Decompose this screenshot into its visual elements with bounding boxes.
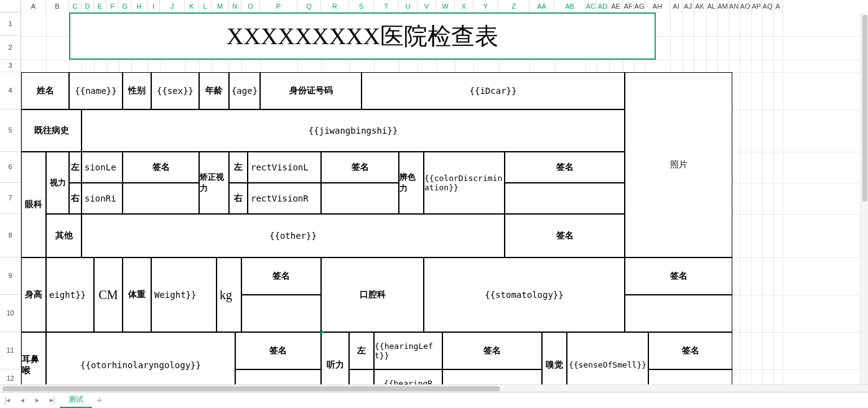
select-all-corner[interactable]	[0, 0, 21, 12]
label-cm[interactable]: CM	[94, 257, 123, 332]
label-kg[interactable]: kg	[217, 257, 241, 332]
sign-2-blank[interactable]	[321, 183, 399, 214]
col-header-Q[interactable]: Q	[297, 0, 321, 12]
row-header-9[interactable]: 9	[0, 257, 21, 295]
label-sign-9[interactable]: 签名	[648, 332, 732, 369]
value-history[interactable]: {{jiwangbingshi}}	[82, 109, 625, 152]
photo-cell[interactable]: 照片	[625, 72, 732, 257]
sign-5-blank[interactable]	[241, 295, 321, 332]
label-sign-5[interactable]: 签名	[241, 257, 321, 295]
col-header-AH[interactable]: AH	[645, 0, 670, 12]
label-name[interactable]: 姓名	[21, 72, 69, 109]
row-header-5[interactable]: 5	[0, 109, 21, 152]
col-header-S[interactable]: S	[349, 0, 374, 12]
col-header-C[interactable]: C	[69, 0, 82, 12]
col-header-A[interactable]: A	[21, 0, 46, 12]
value-id[interactable]: {{iDcar}}	[362, 72, 625, 109]
label-age[interactable]: 年龄	[199, 72, 229, 109]
value-correct-left[interactable]: rectVisionL	[248, 152, 321, 183]
title-cell[interactable]: XXXXXXXXX医院检查表	[69, 12, 656, 60]
col-header-J[interactable]: J	[160, 0, 185, 12]
sheet-tab[interactable]: 测试	[60, 392, 92, 408]
col-header-AG[interactable]: AG	[634, 0, 645, 12]
col-header-AI[interactable]: AI	[670, 0, 683, 12]
value-hearing-left[interactable]: {{hearingLeft}}	[374, 332, 442, 369]
label-height[interactable]: 身高	[21, 257, 46, 332]
col-header-Y[interactable]: Y	[474, 0, 498, 12]
col-header-V[interactable]: V	[418, 0, 436, 12]
add-sheet-icon[interactable]: +	[92, 395, 107, 406]
col-header-W[interactable]: W	[436, 0, 455, 12]
nav-first-icon[interactable]: |◂	[0, 393, 15, 408]
value-sex[interactable]: {{sex}}	[151, 72, 199, 109]
label-correct-left[interactable]: 左	[229, 152, 248, 183]
col-header-AB[interactable]: AB	[554, 0, 586, 12]
col-header-E[interactable]: E	[94, 0, 106, 12]
col-header-AM[interactable]: AM	[717, 0, 729, 12]
sign-1-blank[interactable]	[123, 183, 199, 214]
value-weight[interactable]: Weight}}	[151, 257, 217, 332]
horizontal-scrollbar[interactable]	[0, 384, 868, 392]
label-sign-6[interactable]: 签名	[625, 257, 732, 295]
col-header-U[interactable]: U	[399, 0, 418, 12]
col-header-K[interactable]: K	[185, 0, 199, 12]
nav-next-icon[interactable]: ▸	[30, 393, 45, 408]
value-stoma[interactable]: {{stomatology}}	[424, 257, 625, 332]
col-header-AJ[interactable]: AJ	[683, 0, 694, 12]
col-header-AL[interactable]: AL	[706, 0, 717, 12]
col-header-N[interactable]: N	[229, 0, 241, 12]
sign-3-blank[interactable]	[505, 183, 625, 214]
label-history[interactable]: 既往病史	[21, 109, 82, 152]
label-color[interactable]: 辨色力	[399, 152, 424, 214]
col-header-I[interactable]: I	[147, 0, 160, 12]
row-header-6[interactable]: 6	[0, 152, 21, 183]
label-other[interactable]: 其他	[46, 214, 82, 257]
row-header-3[interactable]: 3	[0, 60, 21, 72]
col-header-AK[interactable]: AK	[694, 0, 706, 12]
label-correct-right[interactable]: 右	[229, 183, 248, 214]
scroll-thumb-v[interactable]	[862, 15, 867, 202]
col-header-M[interactable]: M	[212, 0, 229, 12]
col-header-B[interactable]: B	[46, 0, 69, 12]
label-hearing-left[interactable]: 左	[349, 332, 374, 369]
label-stoma[interactable]: 口腔科	[321, 257, 424, 332]
col-header-D[interactable]: D	[82, 0, 94, 12]
col-header-AO[interactable]: AO	[740, 0, 751, 12]
label-sex[interactable]: 性别	[123, 72, 151, 109]
col-header-AP[interactable]: AP	[751, 0, 762, 12]
value-age[interactable]: {age}	[229, 72, 260, 109]
scroll-thumb-h[interactable]	[2, 386, 500, 391]
label-sign-1[interactable]: 签名	[123, 152, 199, 183]
label-sign-4[interactable]: 签名	[505, 214, 625, 257]
row-header-2[interactable]: 2	[0, 36, 21, 60]
nav-last-icon[interactable]: ▸|	[45, 393, 60, 408]
value-correct-right[interactable]: rectVisionR	[248, 183, 321, 214]
col-header-X[interactable]: X	[455, 0, 474, 12]
col-header-AN[interactable]: AN	[729, 0, 740, 12]
col-header-Z[interactable]: Z	[498, 0, 530, 12]
label-vision-left[interactable]: 左	[69, 152, 82, 183]
col-header-G[interactable]: G	[119, 0, 131, 12]
col-header-F[interactable]: F	[106, 0, 119, 12]
row-headers[interactable]: 123456789101112	[0, 12, 21, 388]
label-sign-7[interactable]: 签名	[235, 332, 321, 369]
col-header-T[interactable]: T	[374, 0, 399, 12]
col-header-AD[interactable]: AD	[597, 0, 609, 12]
label-id[interactable]: 身份证号码	[260, 72, 362, 109]
col-header-AF[interactable]: AF	[623, 0, 634, 12]
row-header-10[interactable]: 10	[0, 295, 21, 332]
col-header-L[interactable]: L	[199, 0, 212, 12]
nav-prev-icon[interactable]: ◂	[15, 393, 30, 408]
row-header-8[interactable]: 8	[0, 214, 21, 257]
label-vision-right[interactable]: 右	[69, 183, 82, 214]
label-correct-vision[interactable]: 矫正视力	[199, 152, 229, 214]
col-header-AQ[interactable]: AQ	[762, 0, 773, 12]
label-eye[interactable]: 眼科	[21, 152, 46, 257]
row-header-4[interactable]: 4	[0, 72, 21, 109]
sign-6-blank[interactable]	[625, 295, 732, 332]
col-header-AE[interactable]: AE	[609, 0, 623, 12]
value-vision-right[interactable]: sionRi	[82, 183, 123, 214]
row-header-1[interactable]: 1	[0, 12, 21, 36]
col-header-AA[interactable]: AA	[530, 0, 554, 12]
column-headers[interactable]: ABCDEFGHIJKLMNOPQRSTUVWXYZAAABACADAEAFAG…	[21, 0, 783, 12]
